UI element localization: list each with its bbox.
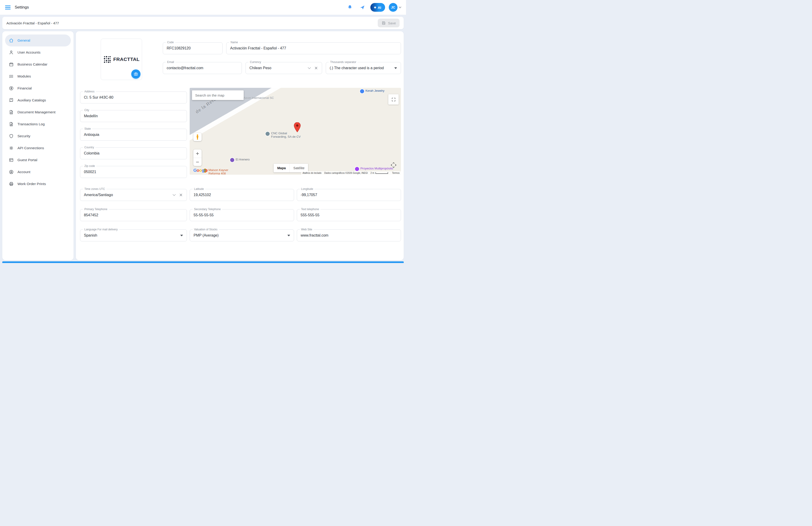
- zoom-in-button[interactable]: [193, 149, 202, 158]
- code-field[interactable]: Code: [163, 42, 222, 54]
- zoom-out-button[interactable]: [193, 158, 202, 166]
- zip-code-input[interactable]: [84, 170, 183, 174]
- field-label: Country: [83, 146, 96, 149]
- sidebar-item-label: Account: [17, 170, 30, 174]
- poi-aicon-label[interactable]: Aicon Internacional SC: [244, 96, 274, 100]
- horizontal-scrollbar[interactable]: [2, 261, 404, 263]
- clear-icon[interactable]: [179, 193, 183, 197]
- sidebar-item-business-calendar[interactable]: Business Calendar: [5, 58, 71, 70]
- map-pan-control[interactable]: [389, 160, 398, 170]
- pegman-icon: [195, 134, 200, 140]
- keyboard-shortcuts-link[interactable]: Atalhos do teclado: [301, 171, 323, 175]
- google-map[interactable]: de la Reforma Aicon Internacional SC Ker…: [190, 88, 401, 175]
- terms-link[interactable]: Termos: [391, 171, 401, 175]
- poi-store-icon: [230, 158, 234, 162]
- poi-proyectos[interactable]: Proyectos Multipropósito: [355, 167, 393, 171]
- longitude-input[interactable]: [301, 193, 397, 197]
- sidebar-item-document-management[interactable]: Document Management: [5, 106, 71, 118]
- name-input[interactable]: [230, 46, 397, 50]
- scale-bar: [375, 172, 388, 174]
- poi-arenero[interactable]: El Arenero: [230, 158, 250, 162]
- sidebar-item-api-connections[interactable]: API Connections: [5, 142, 71, 154]
- valuation-select[interactable]: Valuation of Stocks PMP (Average): [190, 230, 294, 242]
- website-field[interactable]: Web Site: [297, 230, 401, 242]
- map-zoom-control: [193, 149, 202, 166]
- dropdown-arrow-icon: [287, 235, 290, 236]
- map-fullscreen-button[interactable]: [388, 94, 398, 105]
- sidebar-item-label: General: [17, 39, 30, 43]
- sidebar-item-general[interactable]: General: [5, 34, 71, 46]
- floppy-icon: [381, 21, 386, 25]
- save-button[interactable]: Save: [378, 19, 400, 27]
- timezone-select[interactable]: Time zones UTC America/Santiago: [80, 189, 187, 201]
- sidebar-item-label: Document Management: [17, 110, 55, 114]
- sidebar-item-work-order-prints[interactable]: Work Order Prints: [5, 178, 71, 190]
- map-search-box[interactable]: [192, 90, 244, 100]
- code-input[interactable]: [167, 46, 219, 50]
- latitude-input[interactable]: [193, 193, 290, 197]
- notifications-button[interactable]: [346, 3, 354, 12]
- change-logo-button[interactable]: [131, 70, 141, 78]
- thousands-separator-select[interactable]: Thousands separator (.) The character us…: [326, 62, 401, 74]
- city-input[interactable]: [84, 114, 183, 118]
- poi-kerah[interactable]: Kerah Jewelry: [360, 89, 385, 93]
- field-label: Email: [166, 60, 175, 64]
- secondary-telephone-input[interactable]: [193, 213, 290, 217]
- sidebar-item-account[interactable]: Account: [5, 166, 71, 178]
- ai-assistant-button[interactable]: AI: [371, 3, 385, 12]
- website-input[interactable]: [301, 233, 397, 237]
- calendar-icon: [9, 62, 14, 67]
- primary-telephone-input[interactable]: [84, 213, 183, 217]
- poi-services-icon: [355, 167, 359, 171]
- user-menu[interactable]: JC: [389, 3, 401, 12]
- text-telephone-input[interactable]: [301, 213, 397, 217]
- dropdown-arrow-icon: [180, 235, 183, 236]
- poi-cnc[interactable]: CNC Global Forwarding, SA de CV: [265, 132, 301, 138]
- state-input[interactable]: [84, 133, 183, 137]
- sidebar-item-modules[interactable]: Modules: [5, 70, 71, 82]
- sidebar-item-transactions-log[interactable]: Transactions Log: [5, 118, 71, 130]
- currency-select[interactable]: Currency Chilean Peso: [246, 62, 322, 74]
- street-view-pegman[interactable]: [193, 133, 202, 141]
- sidebar-item-label: Transactions Log: [17, 122, 45, 126]
- map-search-input[interactable]: [195, 93, 242, 98]
- secondary-telephone-field[interactable]: Secondary Telephone: [190, 209, 294, 221]
- paper-plane-icon: [360, 4, 365, 10]
- address-input[interactable]: [84, 96, 183, 100]
- printer-icon: [9, 181, 14, 187]
- send-feedback-button[interactable]: [358, 3, 367, 12]
- latitude-field[interactable]: Latitude: [190, 189, 294, 201]
- email-input[interactable]: [167, 66, 238, 70]
- sidebar-item-auxiliary-catalogs[interactable]: Auxiliary Catalogs: [5, 94, 71, 106]
- map-type-mapa-button[interactable]: Mapa: [274, 164, 289, 172]
- plus-icon: [195, 152, 199, 156]
- map-marker-icon[interactable]: [293, 122, 301, 132]
- zip-code-field[interactable]: Zip code: [80, 166, 187, 178]
- clear-icon[interactable]: [314, 66, 318, 70]
- country-input[interactable]: [84, 151, 183, 156]
- sidebar-item-security[interactable]: Security: [5, 130, 71, 142]
- company-logo: FRACTTAL: [101, 39, 142, 80]
- gear-icon: [9, 146, 14, 150]
- field-label: Zip code: [83, 164, 96, 167]
- language-select[interactable]: Language For mail delivery Spanish: [80, 230, 187, 242]
- home-icon: [9, 38, 14, 43]
- field-label: City: [83, 108, 90, 112]
- email-field[interactable]: Email: [163, 62, 242, 74]
- country-field[interactable]: Country: [80, 147, 187, 159]
- menu-icon[interactable]: [5, 5, 11, 10]
- chevron-down-icon: [173, 193, 176, 196]
- longitude-field[interactable]: Longitude: [297, 189, 401, 201]
- sidebar-item-financial[interactable]: Financial: [5, 82, 71, 94]
- field-label: Text telephone: [300, 208, 320, 211]
- city-field[interactable]: City: [80, 110, 187, 122]
- primary-telephone-field[interactable]: Primary Telephone: [80, 209, 187, 221]
- sidebar-item-guest-portal[interactable]: Guest Portal: [5, 154, 71, 166]
- sidebar-item-user-accounts[interactable]: User Accounts: [5, 46, 71, 58]
- name-field[interactable]: Name: [226, 42, 401, 54]
- text-telephone-field[interactable]: Text telephone: [297, 209, 401, 221]
- google-logo[interactable]: Google: [193, 168, 207, 173]
- address-field[interactable]: Address: [80, 91, 187, 103]
- top-app-bar: Settings AI JC: [0, 0, 406, 15]
- state-field[interactable]: State: [80, 129, 187, 141]
